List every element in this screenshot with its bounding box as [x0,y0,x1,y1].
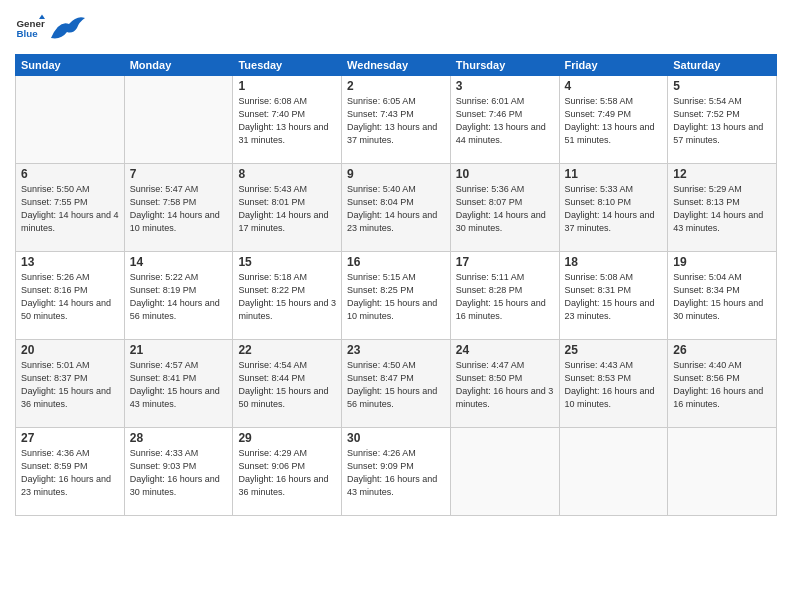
day-info: Sunrise: 5:29 AM Sunset: 8:13 PM Dayligh… [673,183,771,235]
day-info: Sunrise: 5:47 AM Sunset: 7:58 PM Dayligh… [130,183,228,235]
day-info: Sunrise: 4:26 AM Sunset: 9:09 PM Dayligh… [347,447,445,499]
weekday-header-sunday: Sunday [16,55,125,76]
day-info: Sunrise: 5:54 AM Sunset: 7:52 PM Dayligh… [673,95,771,147]
day-info: Sunrise: 4:50 AM Sunset: 8:47 PM Dayligh… [347,359,445,411]
weekday-header-tuesday: Tuesday [233,55,342,76]
logo-bird-icon [49,10,87,46]
day-cell: 28Sunrise: 4:33 AM Sunset: 9:03 PM Dayli… [124,428,233,516]
svg-text:Blue: Blue [17,28,39,39]
day-info: Sunrise: 5:11 AM Sunset: 8:28 PM Dayligh… [456,271,554,323]
day-cell: 18Sunrise: 5:08 AM Sunset: 8:31 PM Dayli… [559,252,668,340]
day-info: Sunrise: 6:05 AM Sunset: 7:43 PM Dayligh… [347,95,445,147]
day-number: 10 [456,167,554,181]
day-number: 8 [238,167,336,181]
day-cell: 29Sunrise: 4:29 AM Sunset: 9:06 PM Dayli… [233,428,342,516]
day-cell: 16Sunrise: 5:15 AM Sunset: 8:25 PM Dayli… [342,252,451,340]
day-cell: 2Sunrise: 6:05 AM Sunset: 7:43 PM Daylig… [342,76,451,164]
day-cell: 20Sunrise: 5:01 AM Sunset: 8:37 PM Dayli… [16,340,125,428]
day-number: 9 [347,167,445,181]
day-info: Sunrise: 5:15 AM Sunset: 8:25 PM Dayligh… [347,271,445,323]
day-info: Sunrise: 4:54 AM Sunset: 8:44 PM Dayligh… [238,359,336,411]
day-number: 12 [673,167,771,181]
day-info: Sunrise: 5:43 AM Sunset: 8:01 PM Dayligh… [238,183,336,235]
day-number: 26 [673,343,771,357]
week-row-2: 6Sunrise: 5:50 AM Sunset: 7:55 PM Daylig… [16,164,777,252]
day-cell: 19Sunrise: 5:04 AM Sunset: 8:34 PM Dayli… [668,252,777,340]
day-cell: 4Sunrise: 5:58 AM Sunset: 7:49 PM Daylig… [559,76,668,164]
day-number: 30 [347,431,445,445]
day-info: Sunrise: 5:18 AM Sunset: 8:22 PM Dayligh… [238,271,336,323]
day-cell: 12Sunrise: 5:29 AM Sunset: 8:13 PM Dayli… [668,164,777,252]
day-cell: 25Sunrise: 4:43 AM Sunset: 8:53 PM Dayli… [559,340,668,428]
day-number: 17 [456,255,554,269]
day-cell: 11Sunrise: 5:33 AM Sunset: 8:10 PM Dayli… [559,164,668,252]
day-info: Sunrise: 5:26 AM Sunset: 8:16 PM Dayligh… [21,271,119,323]
logo-icon: General Blue [15,13,45,43]
page: General Blue SundayMondayTuesdayWednesda… [0,0,792,612]
day-cell: 13Sunrise: 5:26 AM Sunset: 8:16 PM Dayli… [16,252,125,340]
day-number: 3 [456,79,554,93]
day-cell: 24Sunrise: 4:47 AM Sunset: 8:50 PM Dayli… [450,340,559,428]
day-info: Sunrise: 6:01 AM Sunset: 7:46 PM Dayligh… [456,95,554,147]
day-number: 16 [347,255,445,269]
day-cell: 3Sunrise: 6:01 AM Sunset: 7:46 PM Daylig… [450,76,559,164]
day-number: 28 [130,431,228,445]
day-cell: 14Sunrise: 5:22 AM Sunset: 8:19 PM Dayli… [124,252,233,340]
day-info: Sunrise: 4:47 AM Sunset: 8:50 PM Dayligh… [456,359,554,411]
day-info: Sunrise: 5:33 AM Sunset: 8:10 PM Dayligh… [565,183,663,235]
day-number: 4 [565,79,663,93]
day-cell: 27Sunrise: 4:36 AM Sunset: 8:59 PM Dayli… [16,428,125,516]
weekday-header-thursday: Thursday [450,55,559,76]
day-number: 22 [238,343,336,357]
day-info: Sunrise: 4:33 AM Sunset: 9:03 PM Dayligh… [130,447,228,499]
day-number: 19 [673,255,771,269]
day-info: Sunrise: 5:50 AM Sunset: 7:55 PM Dayligh… [21,183,119,235]
day-cell: 6Sunrise: 5:50 AM Sunset: 7:55 PM Daylig… [16,164,125,252]
day-number: 18 [565,255,663,269]
day-cell [559,428,668,516]
weekday-header-saturday: Saturday [668,55,777,76]
day-cell: 5Sunrise: 5:54 AM Sunset: 7:52 PM Daylig… [668,76,777,164]
day-cell: 1Sunrise: 6:08 AM Sunset: 7:40 PM Daylig… [233,76,342,164]
day-cell [668,428,777,516]
day-info: Sunrise: 5:36 AM Sunset: 8:07 PM Dayligh… [456,183,554,235]
day-cell: 17Sunrise: 5:11 AM Sunset: 8:28 PM Dayli… [450,252,559,340]
day-cell: 10Sunrise: 5:36 AM Sunset: 8:07 PM Dayli… [450,164,559,252]
day-cell [450,428,559,516]
day-number: 13 [21,255,119,269]
day-info: Sunrise: 4:29 AM Sunset: 9:06 PM Dayligh… [238,447,336,499]
svg-text:General: General [17,18,46,29]
day-cell: 8Sunrise: 5:43 AM Sunset: 8:01 PM Daylig… [233,164,342,252]
weekday-header-wednesday: Wednesday [342,55,451,76]
day-cell: 9Sunrise: 5:40 AM Sunset: 8:04 PM Daylig… [342,164,451,252]
day-info: Sunrise: 4:43 AM Sunset: 8:53 PM Dayligh… [565,359,663,411]
day-number: 11 [565,167,663,181]
day-info: Sunrise: 5:01 AM Sunset: 8:37 PM Dayligh… [21,359,119,411]
weekday-header-monday: Monday [124,55,233,76]
week-row-1: 1Sunrise: 6:08 AM Sunset: 7:40 PM Daylig… [16,76,777,164]
day-number: 21 [130,343,228,357]
day-info: Sunrise: 5:04 AM Sunset: 8:34 PM Dayligh… [673,271,771,323]
day-cell: 30Sunrise: 4:26 AM Sunset: 9:09 PM Dayli… [342,428,451,516]
day-number: 6 [21,167,119,181]
day-cell: 22Sunrise: 4:54 AM Sunset: 8:44 PM Dayli… [233,340,342,428]
day-info: Sunrise: 4:57 AM Sunset: 8:41 PM Dayligh… [130,359,228,411]
day-number: 25 [565,343,663,357]
day-number: 1 [238,79,336,93]
day-number: 20 [21,343,119,357]
weekday-header-friday: Friday [559,55,668,76]
day-number: 29 [238,431,336,445]
day-number: 5 [673,79,771,93]
day-info: Sunrise: 5:40 AM Sunset: 8:04 PM Dayligh… [347,183,445,235]
day-cell: 26Sunrise: 4:40 AM Sunset: 8:56 PM Dayli… [668,340,777,428]
day-info: Sunrise: 5:22 AM Sunset: 8:19 PM Dayligh… [130,271,228,323]
day-info: Sunrise: 4:36 AM Sunset: 8:59 PM Dayligh… [21,447,119,499]
day-cell: 21Sunrise: 4:57 AM Sunset: 8:41 PM Dayli… [124,340,233,428]
day-number: 15 [238,255,336,269]
day-number: 2 [347,79,445,93]
day-info: Sunrise: 4:40 AM Sunset: 8:56 PM Dayligh… [673,359,771,411]
svg-marker-2 [39,15,45,20]
week-row-3: 13Sunrise: 5:26 AM Sunset: 8:16 PM Dayli… [16,252,777,340]
calendar-table: SundayMondayTuesdayWednesdayThursdayFrid… [15,54,777,516]
week-row-4: 20Sunrise: 5:01 AM Sunset: 8:37 PM Dayli… [16,340,777,428]
